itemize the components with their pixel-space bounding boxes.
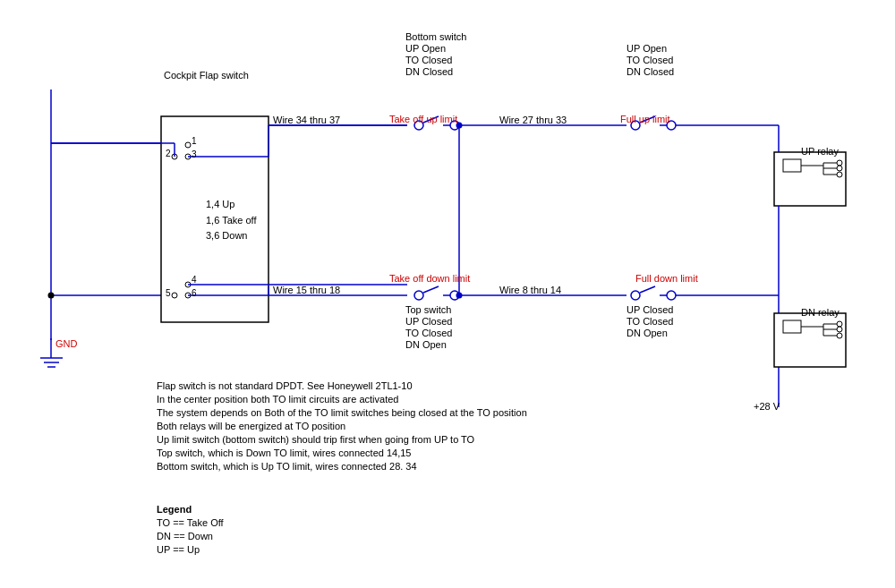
svg-line-44 xyxy=(423,286,439,293)
svg-rect-58 xyxy=(783,320,801,333)
full-down-limit-label: Full down limit xyxy=(635,273,698,284)
bottom-switch-up: UP Open xyxy=(405,43,446,54)
note-5: Up limit switch (bottom switch) should t… xyxy=(157,434,527,445)
plus-28v-label: +28 V xyxy=(754,401,780,412)
notes-section: Flap switch is not standard DPDT. See Ho… xyxy=(157,380,527,474)
legend-section: Legend TO == Take Off DN == Down UP == U… xyxy=(157,504,224,558)
legend-to: TO == Take Off xyxy=(157,517,224,528)
full-up-limit-label: Full up limit xyxy=(620,114,670,124)
note-4: Both relays will be energized at TO posi… xyxy=(157,421,527,431)
gnd-label: GND xyxy=(55,338,77,349)
wiring-diagram xyxy=(0,0,895,588)
pin1-label: 1 xyxy=(192,136,197,146)
note-2: In the center position both TO limit cir… xyxy=(157,394,527,405)
note-1: Flap switch is not standard DPDT. See Ho… xyxy=(157,380,527,391)
svg-point-4 xyxy=(185,142,191,148)
up-relay-label: UP relay xyxy=(801,146,839,157)
take-off-down-limit-label: Take off down limit xyxy=(389,273,470,284)
note-7: Bottom switch, which is Up TO limit, wir… xyxy=(157,461,527,472)
pin3-label: 3 xyxy=(192,149,197,159)
cockpit-flap-switch-label: Cockpit Flap switch xyxy=(164,70,249,81)
note-3: The system depends on Both of the TO lim… xyxy=(157,407,527,418)
take-off-up-limit-label: Take off up limit xyxy=(389,114,457,124)
note-6: Top switch, which is Down TO limit, wire… xyxy=(157,447,527,458)
full-up-dn: DN Closed xyxy=(626,66,674,77)
bottom-switch-dn: DN Closed xyxy=(405,66,453,77)
full-dn-up: UP Closed xyxy=(626,304,673,315)
pin2-label: 2 xyxy=(166,149,171,158)
dn-relay-label: DN relay xyxy=(801,307,840,318)
wire-27-33-label: Wire 27 thru 33 xyxy=(499,115,567,125)
top-switch-title: Top switch xyxy=(405,304,451,315)
full-dn-to: TO Closed xyxy=(626,316,673,327)
full-up-up: UP Open xyxy=(626,43,667,54)
bottom-switch-title: Bottom switch xyxy=(405,31,466,42)
legend-up: UP == Up xyxy=(157,544,224,555)
svg-point-53 xyxy=(667,291,676,300)
svg-point-71 xyxy=(48,293,55,299)
svg-point-8 xyxy=(172,293,177,298)
svg-point-43 xyxy=(414,291,423,300)
legend-title: Legend xyxy=(157,504,224,515)
top-switch-up: UP Closed xyxy=(405,316,452,327)
svg-point-33 xyxy=(837,160,842,166)
full-up-to: TO Closed xyxy=(626,55,673,65)
diagram-canvas: Cockpit Flap switch Wire 34 thru 37 Wire… xyxy=(0,0,895,588)
positions-label: 1,4 Up 1,6 Take off 3,6 Down xyxy=(206,197,256,244)
top-switch-to: TO Closed xyxy=(405,328,452,338)
wire-8-14-label: Wire 8 thru 14 xyxy=(499,285,561,295)
svg-rect-29 xyxy=(783,159,801,172)
pin4-label: 4 xyxy=(192,275,197,285)
svg-point-62 xyxy=(837,321,842,327)
pin6-label: 6 xyxy=(192,288,197,298)
legend-dn: DN == Down xyxy=(157,531,224,541)
svg-line-51 xyxy=(640,286,655,293)
pin5-label: 5 xyxy=(166,288,171,298)
top-switch-dn: DN Open xyxy=(405,339,447,350)
svg-point-64 xyxy=(837,327,842,332)
svg-point-66 xyxy=(837,333,842,338)
svg-point-37 xyxy=(837,172,842,177)
svg-point-35 xyxy=(837,166,842,171)
svg-point-50 xyxy=(631,291,640,300)
wire-34-37-label: Wire 34 thru 37 xyxy=(273,115,340,125)
wire-15-18-label: Wire 15 thru 18 xyxy=(273,285,340,295)
bottom-switch-to: TO Closed xyxy=(405,55,452,65)
full-dn-dn: DN Open xyxy=(626,328,668,338)
